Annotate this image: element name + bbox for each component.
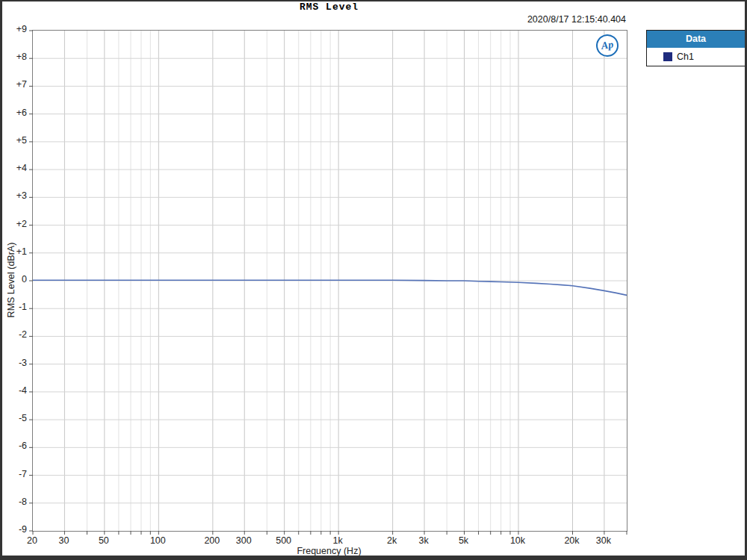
y-tick-label: +6 xyxy=(4,108,27,118)
plot-area xyxy=(32,30,627,532)
y-tick-label: +7 xyxy=(4,79,27,90)
y-tick-label: -4 xyxy=(4,385,27,396)
legend-item-label: Ch1 xyxy=(677,52,694,62)
x-tick-label: 5k xyxy=(443,535,485,546)
series-curve-ch1 xyxy=(33,280,627,295)
measurement-timestamp: 2020/8/17 12:15:40.404 xyxy=(327,14,626,25)
ch1-color-swatch-icon xyxy=(663,52,672,61)
x-axis-title: Frequency (Hz) xyxy=(32,546,626,556)
y-tick-label: -3 xyxy=(4,358,27,368)
graph-panel: RMS Level 2020/8/17 12:15:40.404 +9+8+7+… xyxy=(0,0,747,560)
x-tick-label: 500 xyxy=(263,535,305,546)
x-tick-label: 1k xyxy=(317,535,359,546)
x-tick-label: 300 xyxy=(223,535,264,546)
y-tick-label: +9 xyxy=(4,24,27,34)
y-tick-label: -6 xyxy=(4,441,27,451)
y-axis-title: RMS Level (dBrA) xyxy=(6,228,16,332)
x-tick-label: 100 xyxy=(137,535,179,546)
y-tick-label: +8 xyxy=(4,52,27,62)
legend-item-ch1[interactable]: Ch1 xyxy=(647,48,745,66)
legend-header: Data xyxy=(647,31,745,48)
y-tick-label: +5 xyxy=(4,135,27,146)
x-tick-label: 30k xyxy=(583,535,624,546)
y-tick-label: -7 xyxy=(4,469,27,479)
y-tick-label: -9 xyxy=(4,524,27,535)
y-tick-label: +4 xyxy=(4,163,27,173)
y-tick-label: +3 xyxy=(4,190,27,201)
grid-and-curve-canvas xyxy=(33,31,627,531)
legend-panel: Data Ch1 xyxy=(646,30,746,66)
chart-title: RMS Level xyxy=(32,1,626,13)
y-tick-label: -5 xyxy=(4,413,27,423)
x-tick-label: 30 xyxy=(43,535,84,546)
y-tick-label: -8 xyxy=(4,497,27,507)
x-tick-label: 3k xyxy=(403,535,444,546)
x-tick-label: 10k xyxy=(497,535,539,546)
x-tick-label: 50 xyxy=(83,535,125,546)
